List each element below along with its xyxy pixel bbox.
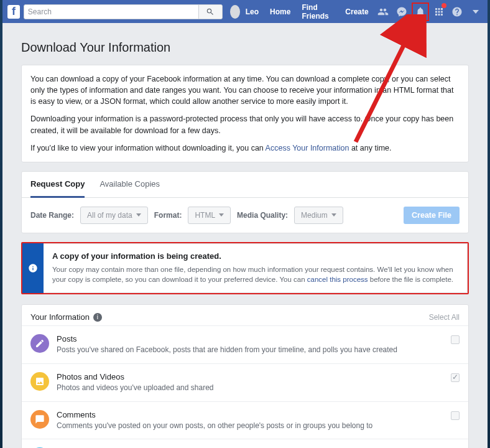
intro-card: You can download a copy of your Facebook… — [21, 65, 469, 162]
nav-home[interactable]: Home — [264, 7, 296, 16]
help-icon[interactable] — [450, 4, 464, 19]
account-menu-caret[interactable] — [473, 10, 479, 14]
messenger-icon[interactable] — [395, 4, 409, 19]
browser-viewport: f Leo Home Find Friends Create — [2, 0, 488, 448]
format-label: Format: — [154, 211, 182, 220]
notice-title: A copy of your information is being crea… — [52, 251, 458, 261]
nav-create[interactable]: Create — [340, 7, 374, 16]
desktop-edge-right — [488, 0, 490, 448]
item-title: Photos and Videos — [57, 372, 446, 381]
page-content[interactable]: Download Your Information You can downlo… — [2, 23, 488, 448]
question-icon — [451, 6, 463, 17]
tabs: Request Copy Available Copies — [22, 172, 468, 198]
item-desc: Photos and videos you've uploaded and sh… — [57, 383, 446, 393]
your-info-item[interactable]: PostsPosts you've shared on Facebook, po… — [22, 325, 468, 363]
chevron-down-icon — [219, 213, 224, 217]
nav-find-friends[interactable]: Find Friends — [296, 3, 340, 21]
item-checkbox[interactable] — [451, 411, 460, 420]
date-range-select[interactable]: All of my data — [80, 207, 148, 224]
info-icon — [28, 263, 38, 273]
notifications-icon[interactable] — [414, 4, 427, 19]
item-desc: Comments you've posted on your own posts… — [57, 421, 446, 431]
notification-badge — [441, 3, 446, 8]
your-information-list: PostsPosts you've shared on Facebook, po… — [22, 325, 468, 448]
cancel-process-link[interactable]: cancel this process — [307, 276, 368, 283]
search-container — [24, 4, 223, 19]
tab-available-copies[interactable]: Available Copies — [99, 172, 160, 197]
creating-copy-notice: A copy of your information is being crea… — [21, 242, 469, 294]
item-desc: Posts you've shared on Facebook, posts t… — [57, 345, 446, 355]
facebook-logo[interactable]: f — [7, 5, 20, 19]
select-all-link[interactable]: Select All — [429, 313, 460, 322]
media-quality-label: Media Quality: — [237, 211, 288, 220]
pencil-icon — [30, 334, 49, 353]
page-title: Download Your Information — [21, 40, 469, 55]
intro-paragraph-2: Downloading your information is a passwo… — [30, 113, 460, 136]
messenger-bubble-icon — [396, 6, 407, 17]
photo-icon — [30, 372, 49, 391]
your-information-header: Your Information i Select All — [22, 305, 468, 325]
create-file-button[interactable]: Create File — [404, 207, 460, 224]
chevron-down-icon — [136, 213, 141, 217]
item-title: Comments — [57, 410, 446, 419]
tab-request-copy[interactable]: Request Copy — [30, 172, 85, 198]
date-range-label: Date Range: — [30, 211, 74, 220]
search-icon — [206, 7, 215, 16]
your-information-title: Your Information — [30, 312, 90, 322]
quick-help-icon[interactable] — [432, 4, 446, 19]
friend-requests-icon[interactable] — [377, 4, 391, 19]
options-row: Date Range: All of my data Format: HTML … — [22, 198, 468, 233]
request-card: Request Copy Available Copies Date Range… — [21, 171, 469, 233]
nav-profile[interactable]: Leo — [240, 7, 264, 16]
your-info-item[interactable]: Photos and VideosPhotos and videos you'v… — [22, 363, 468, 401]
bell-icon — [415, 6, 426, 17]
notice-rail — [22, 243, 44, 293]
facebook-topbar: f Leo Home Find Friends Create — [2, 0, 488, 23]
intro-paragraph-1: You can download a copy of your Facebook… — [30, 73, 460, 107]
format-select[interactable]: HTML — [188, 207, 231, 224]
notice-text: Your copy may contain more than one file… — [52, 264, 458, 285]
media-quality-select[interactable]: Medium — [294, 207, 343, 224]
item-title: Posts — [57, 334, 446, 343]
people-icon — [377, 6, 389, 17]
access-your-information-link[interactable]: Access Your Information — [266, 144, 349, 152]
notice-body: A copy of your information is being crea… — [44, 243, 468, 293]
info-tooltip-icon[interactable]: i — [93, 313, 102, 322]
intro-paragraph-3: If you'd like to view your information w… — [30, 142, 460, 154]
comment-icon — [30, 410, 49, 429]
your-information-card: Your Information i Select All PostsPosts… — [21, 304, 469, 448]
avatar[interactable] — [230, 5, 240, 19]
chevron-down-icon — [331, 213, 336, 217]
search-input[interactable] — [24, 7, 198, 16]
item-checkbox[interactable] — [451, 373, 460, 382]
item-checkbox[interactable] — [451, 335, 460, 344]
search-button[interactable] — [198, 5, 222, 19]
desktop-edge-left — [0, 0, 2, 448]
your-info-item[interactable]: Likes and ReactionsPosts, comments and P… — [22, 439, 468, 448]
your-info-item[interactable]: CommentsComments you've posted on your o… — [22, 401, 468, 439]
